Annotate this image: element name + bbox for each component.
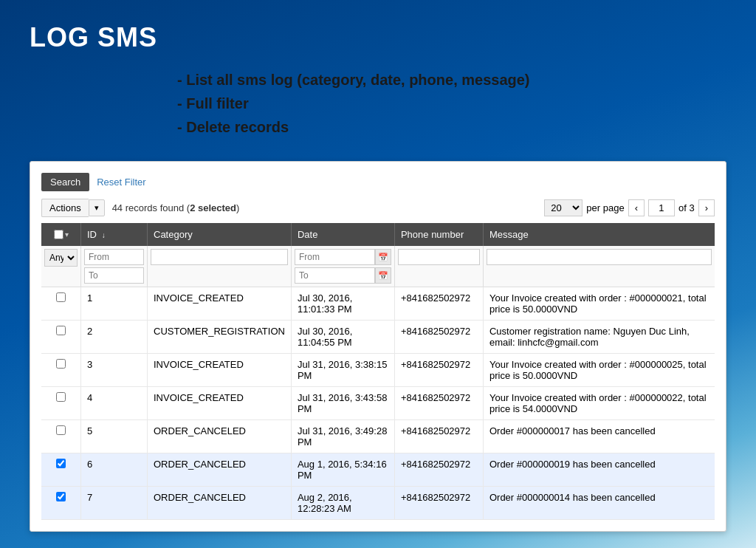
row-checkbox[interactable] [56, 359, 66, 369]
row-checkbox-cell [41, 453, 81, 487]
col-header-message: Message [483, 223, 715, 246]
prev-page-button[interactable]: ‹ [628, 199, 645, 216]
toolbar: Search Reset Filter [41, 173, 715, 191]
category-filter-input[interactable] [151, 249, 288, 265]
table-row: 7 ORDER_CANCELED Aug 2, 2016, 12:28:23 A… [41, 487, 715, 520]
row-phone: +841682502972 [394, 420, 483, 453]
sms-log-table: ▾ ID ↓ Category Date Phone number Messag… [41, 223, 715, 520]
row-category: INVOICE_CREATED [148, 387, 292, 420]
pagination: 20 50 100 per page ‹ of 3 › [544, 199, 715, 216]
row-message: Order #000000019 has been cancelled [483, 453, 715, 487]
reset-filter-button[interactable]: Reset Filter [97, 177, 145, 188]
row-phone: +841682502972 [394, 387, 483, 420]
row-category: ORDER_CANCELED [148, 453, 292, 487]
next-page-button[interactable]: › [698, 199, 715, 216]
row-message: Order #000000017 has been cancelled [483, 420, 715, 453]
row-id: 5 [81, 420, 148, 453]
id-to-input[interactable] [84, 267, 144, 284]
records-bar: Actions ▾ 44 records found (2 selected) … [41, 199, 715, 217]
row-message: Your Invoice created with order : #00000… [483, 354, 715, 387]
col-header-phone: Phone number [394, 223, 483, 246]
row-date: Jul 31, 2016, 3:49:28 PM [291, 420, 394, 453]
feature-1: - List all sms log (category, date, phon… [177, 68, 726, 92]
filter-id-cell [81, 246, 148, 287]
row-category: INVOICE_CREATED [148, 354, 292, 387]
page-title: LOG SMS [30, 22, 726, 53]
row-category: CUSTOMER_REGISTRATION [148, 321, 292, 354]
table-row: 5 ORDER_CANCELED Jul 31, 2016, 3:49:28 P… [41, 420, 715, 453]
col-header-checkbox: ▾ [41, 223, 81, 246]
feature-2: - Full filter [177, 92, 726, 115]
row-checkbox[interactable] [56, 459, 66, 468]
date-to-input[interactable] [295, 267, 375, 284]
row-id: 4 [81, 387, 148, 420]
id-sort-icon: ↓ [102, 231, 106, 239]
row-id: 2 [81, 321, 148, 354]
table-row: 6 ORDER_CANCELED Aug 1, 2016, 5:34:16 PM… [41, 453, 715, 487]
row-checkbox-cell [41, 487, 81, 520]
message-filter-input[interactable] [487, 249, 712, 265]
row-checkbox-cell [41, 321, 81, 354]
row-category: ORDER_CANCELED [148, 487, 292, 520]
row-checkbox[interactable] [56, 425, 66, 435]
col-header-date: Date [291, 223, 394, 246]
row-phone: +841682502972 [394, 354, 483, 387]
row-checkbox-cell [41, 354, 81, 387]
col-header-category: Category [148, 223, 292, 246]
row-checkbox-cell [41, 387, 81, 420]
row-id: 3 [81, 354, 148, 387]
row-checkbox[interactable] [56, 492, 66, 501]
row-date: Jul 30, 2016, 11:01:33 PM [291, 287, 394, 321]
table-row: 4 INVOICE_CREATED Jul 31, 2016, 3:43:58 … [41, 387, 715, 420]
filter-row: Any Is Not 📅 [41, 246, 715, 287]
row-phone: +841682502972 [394, 321, 483, 354]
row-date: Jul 30, 2016, 11:04:55 PM [291, 321, 394, 354]
features-list: - List all sms log (category, date, phon… [177, 68, 726, 139]
feature-3: - Delete records [177, 115, 726, 139]
filter-message-cell [483, 246, 715, 287]
row-id: 6 [81, 453, 148, 487]
main-panel: Search Reset Filter Actions ▾ 44 records… [30, 161, 726, 532]
actions-button[interactable]: Actions [41, 199, 89, 217]
per-page-label: per page [586, 202, 624, 213]
search-button[interactable]: Search [41, 173, 89, 191]
row-category: ORDER_CANCELED [148, 420, 292, 453]
actions-caret-button[interactable]: ▾ [89, 199, 105, 216]
row-checkbox[interactable] [56, 292, 66, 302]
row-checkbox[interactable] [56, 392, 66, 402]
records-info: 44 records found (2 selected) [112, 202, 240, 213]
select-all-checkbox[interactable] [54, 230, 63, 239]
filter-date-cell: 📅 📅 [291, 246, 394, 287]
row-checkbox[interactable] [56, 326, 66, 335]
table-row: 1 INVOICE_CREATED Jul 30, 2016, 11:01:33… [41, 287, 715, 321]
table-row: 3 INVOICE_CREATED Jul 31, 2016, 3:38:15 … [41, 354, 715, 387]
filter-phone-cell [394, 246, 483, 287]
row-date: Aug 1, 2016, 5:34:16 PM [291, 453, 394, 487]
row-phone: +841682502972 [394, 487, 483, 520]
row-date: Jul 31, 2016, 3:43:58 PM [291, 387, 394, 420]
row-phone: +841682502972 [394, 287, 483, 321]
date-from-input[interactable] [295, 249, 375, 265]
row-message: Your Invoice created with order : #00000… [483, 387, 715, 420]
table-row: 2 CUSTOMER_REGISTRATION Jul 30, 2016, 11… [41, 321, 715, 354]
row-id: 7 [81, 487, 148, 520]
page-total-label: of 3 [678, 202, 695, 213]
actions-group: Actions ▾ [41, 199, 105, 217]
row-checkbox-cell [41, 420, 81, 453]
filter-checkbox-cell: Any Is Not [41, 246, 81, 287]
row-category: INVOICE_CREATED [148, 287, 292, 321]
row-date: Jul 31, 2016, 3:38:15 PM [291, 354, 394, 387]
date-from-calendar-icon[interactable]: 📅 [375, 249, 391, 265]
id-filter-any-select[interactable]: Any Is Not [44, 249, 78, 267]
row-date: Aug 2, 2016, 12:28:23 AM [291, 487, 394, 520]
date-to-calendar-icon[interactable]: 📅 [375, 267, 391, 284]
id-from-input[interactable] [84, 249, 144, 265]
filter-category-cell [148, 246, 292, 287]
row-message: Your Invoice created with order : #00000… [483, 287, 715, 321]
phone-filter-input[interactable] [398, 249, 480, 265]
row-checkbox-cell [41, 287, 81, 321]
row-id: 1 [81, 287, 148, 321]
page-number-input[interactable] [648, 199, 675, 216]
per-page-select[interactable]: 20 50 100 [544, 199, 583, 216]
col-header-id: ID ↓ [81, 223, 148, 246]
